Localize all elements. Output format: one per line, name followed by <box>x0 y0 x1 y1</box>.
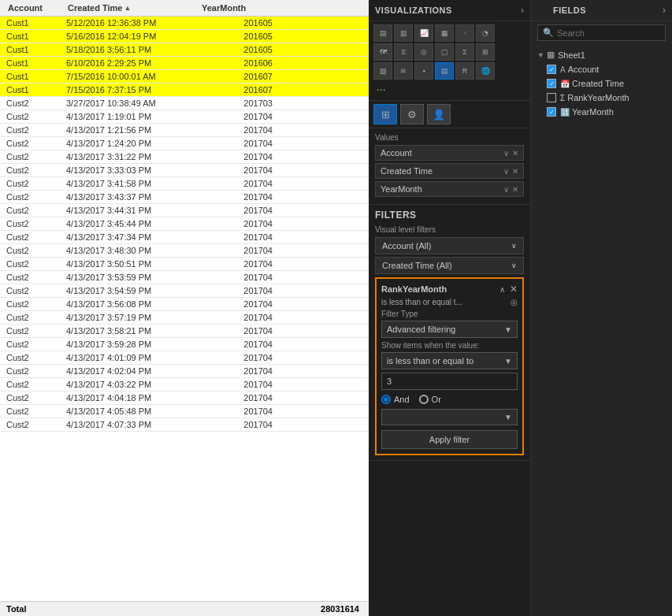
field-checkbox-yearmonth[interactable]: ✓ <box>547 107 556 117</box>
viz-icon-treemap[interactable]: ▨ <box>373 62 392 80</box>
col-header-yearmonth[interactable]: YearMonth <box>199 3 277 13</box>
filter-chip-account[interactable]: Account (All) ∨ <box>375 237 524 254</box>
filter-type-label: Filter Type <box>381 310 518 318</box>
rank-filter-close-icon[interactable]: ✕ <box>510 284 518 295</box>
filter-value-input[interactable] <box>381 373 518 390</box>
field-checkbox-account[interactable]: ✓ <box>547 65 556 74</box>
viz-icon-card[interactable]: ▢ <box>435 43 454 61</box>
rank-filter-info-icon[interactable]: ◎ <box>510 298 518 306</box>
col-header-created[interactable]: Created Time ▲ <box>65 3 199 13</box>
table-row: Cust24/13/2017 3:31:22 PM201704 <box>0 150 369 164</box>
panel-btn-analytics[interactable]: 👤 <box>427 104 451 124</box>
table-cell-yearmonth: 201704 <box>197 231 276 243</box>
viz-icon-map[interactable]: 🗺 <box>373 43 392 61</box>
field-type-yearmonth-icon: 🔢 <box>560 108 570 117</box>
viz-icon-globe[interactable]: 🌐 <box>476 62 495 80</box>
radio-or-label: Or <box>432 395 441 404</box>
table-cell-created: 4/13/2017 3:53:59 PM <box>63 271 197 284</box>
table-cell-account: Cust1 <box>0 70 63 83</box>
viz-icon-table[interactable]: ▤ <box>435 62 454 80</box>
apply-filter-button[interactable]: Apply filter <box>381 430 518 449</box>
viz-icon-gauge[interactable]: ◎ <box>414 43 433 61</box>
table-row: Cust24/13/2017 4:03:22 PM201704 <box>0 378 369 391</box>
field-pill-created-remove[interactable]: ✕ <box>512 167 518 176</box>
table-cell-created: 3/27/2017 10:38:49 AM <box>63 97 197 109</box>
second-condition-icon: ▼ <box>504 413 512 421</box>
table-cell-created: 4/13/2017 1:21:56 PM <box>63 124 197 136</box>
table-panel: Account Created Time ▲ YearMonth Cust15/… <box>0 0 369 616</box>
viz-expand-icon[interactable]: › <box>521 5 524 16</box>
panel-btn-fields[interactable]: ⊞ <box>373 104 397 124</box>
filters-title: FILTERS <box>375 210 524 221</box>
table-cell-created: 6/10/2016 2:29:25 PM <box>63 57 197 69</box>
radio-or[interactable]: Or <box>419 395 441 404</box>
viz-icon-line[interactable]: 📈 <box>414 24 433 42</box>
filters-sublabel: Visual level filters <box>375 225 524 234</box>
fields-expand-icon[interactable]: › <box>663 5 666 16</box>
viz-icons-area: ▤ ▥ 📈 ▦ ⁖ ◔ 🗺 ⧖ ◎ ▢ Σ ⊞ ▨ ≋ ▪ ▤ R <box>369 21 530 101</box>
field-pill-account-arrow: ∨ <box>503 149 509 158</box>
viz-icon-kpi[interactable]: Σ <box>455 43 474 61</box>
table-cell-yearmonth: 201605 <box>197 30 276 43</box>
table-row: Cust24/13/2017 3:59:28 PM201704 <box>0 338 369 351</box>
viz-more-button[interactable]: ··· <box>373 81 525 97</box>
table-cell-yearmonth: 201704 <box>197 418 276 431</box>
table-cell-account: Cust2 <box>0 217 63 230</box>
table-cell-yearmonth: 201704 <box>197 110 276 123</box>
table-cell-yearmonth: 201704 <box>197 298 276 310</box>
visualizations-title: VISUALIZATIONS <box>375 6 521 15</box>
field-pill-yearmonth-label: YearMonth <box>381 184 503 194</box>
table-cell-account: Cust2 <box>0 271 63 284</box>
field-pill-account-remove[interactable]: ✕ <box>512 149 518 158</box>
table-cell-account: Cust2 <box>0 204 63 217</box>
table-cell-yearmonth: 201607 <box>197 70 276 83</box>
table-row: Cust15/18/2016 3:56:11 PM201605 <box>0 43 369 57</box>
viz-icon-ribbon[interactable]: ≋ <box>394 62 413 80</box>
table-row: Cust24/13/2017 3:50:51 PM201704 <box>0 258 369 271</box>
radio-and[interactable]: And <box>381 395 410 404</box>
viz-icon-col[interactable]: ▥ <box>394 24 413 42</box>
field-pill-created[interactable]: Created Time ∨ ✕ <box>375 163 524 179</box>
tree-label-yearmonth: YearMonth <box>572 107 614 117</box>
viz-icon-pie[interactable]: ◔ <box>476 24 495 42</box>
viz-icon-area[interactable]: ▦ <box>435 24 454 42</box>
tree-sheet1[interactable]: ▼ ▦ Sheet1 <box>531 47 672 62</box>
viz-icon-r[interactable]: R <box>455 62 474 80</box>
table-cell-account: Cust1 <box>0 17 63 29</box>
col-header-account[interactable]: Account <box>2 3 65 13</box>
table-cell-yearmonth: 201704 <box>197 325 276 337</box>
rank-filter-collapse-icon[interactable]: ∧ <box>499 285 505 294</box>
fields-search-input[interactable] <box>557 28 660 38</box>
viz-icon-funnel[interactable]: ⧖ <box>394 43 413 61</box>
right-wrapper: VISUALIZATIONS › ▤ ▥ 📈 ▦ ⁖ ◔ 🗺 ⧖ ◎ ▢ Σ ⊞ <box>369 0 672 616</box>
footer-total-value: 28031614 <box>284 604 362 614</box>
filter-chip-created[interactable]: Created Time (All) ∨ <box>375 257 524 274</box>
field-checkbox-created[interactable]: ✓ <box>547 79 556 88</box>
table-row: Cust24/13/2017 4:01:09 PM201704 <box>0 351 369 365</box>
tree-item-created[interactable]: ✓ 📅 Created Time <box>531 76 672 91</box>
field-pill-yearmonth-remove[interactable]: ✕ <box>512 185 518 194</box>
search-icon: 🔍 <box>543 28 554 38</box>
field-checkbox-rank[interactable] <box>547 93 556 102</box>
table-cell-created: 4/13/2017 3:54:59 PM <box>63 284 197 297</box>
field-pill-account[interactable]: Account ∨ ✕ <box>375 145 524 161</box>
condition-select[interactable]: is less than or equal to ▼ <box>381 352 518 369</box>
panel-btn-format[interactable]: ⚙ <box>400 104 424 124</box>
tree-item-yearmonth[interactable]: ✓ 🔢 YearMonth <box>531 105 672 119</box>
table-row: Cust24/13/2017 3:43:37 PM201704 <box>0 191 369 204</box>
field-pill-yearmonth[interactable]: YearMonth ∨ ✕ <box>375 181 524 197</box>
filter-chip-created-label: Created Time (All) <box>382 261 511 270</box>
table-row: Cust24/13/2017 3:45:44 PM201704 <box>0 217 369 231</box>
viz-icon-bar[interactable]: ▤ <box>373 24 392 42</box>
fields-search-box[interactable]: 🔍 <box>537 24 666 41</box>
filter-type-dropdown-icon: ▼ <box>504 325 512 334</box>
icon-grid-row3: ▨ ≋ ▪ ▤ R 🌐 <box>373 62 525 80</box>
viz-icon-matrix[interactable]: ⊞ <box>476 43 495 61</box>
filter-type-select[interactable]: Advanced filtering ▼ <box>381 321 518 338</box>
tree-item-rank[interactable]: Σ RankYearMonth <box>531 91 672 105</box>
table-header: Account Created Time ▲ YearMonth <box>0 0 369 17</box>
second-condition-select[interactable]: ▼ <box>381 409 518 425</box>
viz-icon-waterfall[interactable]: ▪ <box>414 62 433 80</box>
viz-icon-scatter[interactable]: ⁖ <box>455 24 474 42</box>
tree-item-account[interactable]: ✓ A Account <box>531 62 672 76</box>
